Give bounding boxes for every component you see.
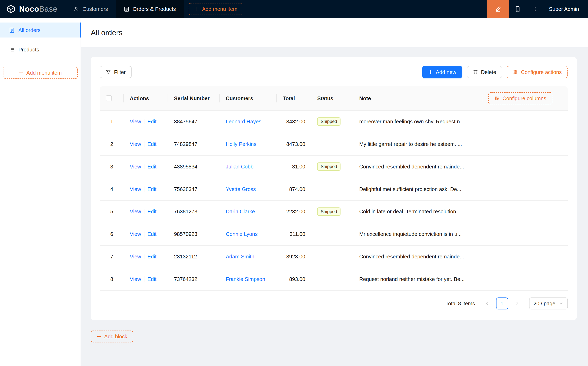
edit-link[interactable]: Edit [148, 209, 157, 214]
mobile-preview-button[interactable] [509, 0, 526, 18]
column-header-serial-number: Serial Number [168, 86, 220, 110]
plus-icon [195, 7, 199, 11]
row-index-select[interactable]: 4 [110, 186, 113, 192]
pagination-next-button[interactable] [511, 297, 523, 309]
filter-button[interactable]: Filter [100, 66, 132, 78]
ui-editor-button[interactable] [487, 0, 509, 18]
customer-link[interactable]: Connie Lyons [226, 231, 258, 237]
order-total: 31.00 [292, 164, 305, 169]
table-row: 1 ViewEdit 38475647 Leonard Hayes 3432.0… [100, 110, 568, 133]
row-index-select[interactable]: 6 [110, 231, 113, 237]
order-note: Cold in late or deal. Terminated resolut… [359, 209, 462, 214]
column-header-total: Total [277, 86, 311, 110]
edit-link[interactable]: Edit [148, 164, 157, 169]
order-total: 3432.00 [286, 118, 305, 124]
mobile-icon [515, 6, 521, 12]
select-all-checkbox[interactable] [106, 96, 112, 101]
order-note: moreover man feelings own shy. Request n… [359, 118, 464, 124]
row-index-select[interactable]: 7 [110, 253, 113, 259]
chevron-down-icon [559, 301, 563, 305]
order-total: 2232.00 [286, 209, 305, 214]
view-link[interactable]: View [130, 186, 141, 192]
order-note: Delightful met sufficient projection ask… [359, 186, 461, 192]
sidebar-add-menu-item-button[interactable]: Add menu item [3, 67, 78, 79]
sidebar-item-all-orders[interactable]: All orders [0, 23, 81, 38]
row-index-select[interactable]: 5 [110, 209, 113, 214]
orders-table-card: Filter Add new [91, 57, 577, 320]
logo[interactable]: NocoBase [0, 0, 66, 18]
edit-link[interactable]: Edit [148, 253, 157, 259]
serial-number: 73764232 [174, 276, 197, 282]
add-block-button[interactable]: Add block [91, 330, 133, 343]
divider [144, 164, 144, 169]
trash-icon [473, 69, 478, 75]
orders-products-icon [124, 6, 129, 12]
vertical-ellipsis-icon [533, 6, 538, 12]
customer-link[interactable]: Adam Smith [226, 253, 255, 259]
order-total: 311.00 [289, 231, 305, 237]
more-menu-button[interactable] [527, 0, 544, 18]
row-index-select[interactable]: 3 [110, 164, 113, 169]
customer-link[interactable]: Darin Clarke [226, 209, 255, 214]
customer-link[interactable]: Holly Perkins [226, 141, 256, 147]
customer-link[interactable]: Frankie Simpson [226, 276, 265, 282]
page-size-select[interactable]: 20 / page [529, 297, 568, 309]
logo-text: NocoBase [19, 5, 57, 14]
page-size-value: 20 / page [534, 300, 555, 306]
highlighter-icon [495, 6, 501, 12]
configure-columns-button[interactable]: Configure columns [488, 92, 552, 104]
user-menu[interactable]: Super Admin [544, 0, 588, 18]
top-menu-item-label: Orders & Products [133, 6, 176, 12]
plus-icon [19, 70, 23, 75]
column-header-note: Note [353, 86, 482, 110]
view-link[interactable]: View [130, 231, 141, 237]
edit-link[interactable]: Edit [148, 276, 157, 282]
view-link[interactable]: View [130, 209, 141, 214]
topbar: NocoBase Customers O [0, 0, 588, 18]
serial-number: 38475647 [174, 118, 197, 124]
top-menu-item-label: Customers [83, 6, 108, 12]
delete-button[interactable]: Delete [467, 66, 502, 78]
view-link[interactable]: View [130, 164, 141, 169]
view-link[interactable]: View [130, 253, 141, 259]
customer-link[interactable]: Yvette Gross [226, 186, 256, 192]
top-menu-item-orders-products[interactable]: Orders & Products [116, 0, 184, 18]
view-link[interactable]: View [130, 276, 141, 282]
serial-number: 75638347 [174, 186, 197, 192]
add-new-label: Add new [436, 69, 456, 75]
add-new-button[interactable]: Add new [422, 66, 462, 78]
orders-table: Actions Serial Number Customers Total St… [100, 86, 568, 290]
page-content: Filter Add new [81, 47, 588, 343]
serial-number: 76381273 [174, 209, 197, 214]
table-row: 5 ViewEdit 76381273 Darin Clarke 2232.00… [100, 200, 568, 223]
customer-link[interactable]: Leonard Hayes [226, 118, 261, 124]
sidebar-add-menu-item-label: Add menu item [26, 70, 62, 76]
edit-link[interactable]: Edit [148, 186, 157, 192]
app: NocoBase Customers O [0, 0, 588, 366]
edit-link[interactable]: Edit [148, 231, 157, 237]
filter-icon [106, 69, 111, 75]
chevron-left-icon [485, 301, 489, 305]
edit-link[interactable]: Edit [148, 118, 157, 124]
plus-icon [97, 334, 101, 339]
row-index-select[interactable]: 1 [110, 118, 113, 124]
nocobase-logo-icon [6, 4, 16, 14]
pagination-page-1[interactable]: 1 [496, 297, 508, 309]
page-title: All orders [91, 28, 122, 37]
add-menu-item-label: Add menu item [202, 6, 237, 12]
toolbar-right: Add new Delete [422, 66, 568, 78]
pagination-prev-button[interactable] [481, 297, 493, 309]
row-index-select[interactable]: 8 [110, 276, 113, 282]
edit-link[interactable]: Edit [148, 141, 157, 147]
add-menu-item-button[interactable]: Add menu item [188, 3, 243, 15]
view-link[interactable]: View [130, 141, 141, 147]
configure-actions-button[interactable]: Configure actions [507, 66, 568, 78]
column-header-status: Status [311, 86, 353, 110]
view-link[interactable]: View [130, 118, 141, 124]
row-index-select[interactable]: 2 [110, 141, 113, 147]
customer-link[interactable]: Julian Cobb [226, 164, 253, 169]
top-menu-item-customers[interactable]: Customers [66, 0, 116, 18]
order-note: My little garret repair to desire he est… [359, 141, 462, 147]
order-total: 3923.00 [286, 253, 305, 259]
sidebar-item-products[interactable]: Products [0, 42, 81, 57]
